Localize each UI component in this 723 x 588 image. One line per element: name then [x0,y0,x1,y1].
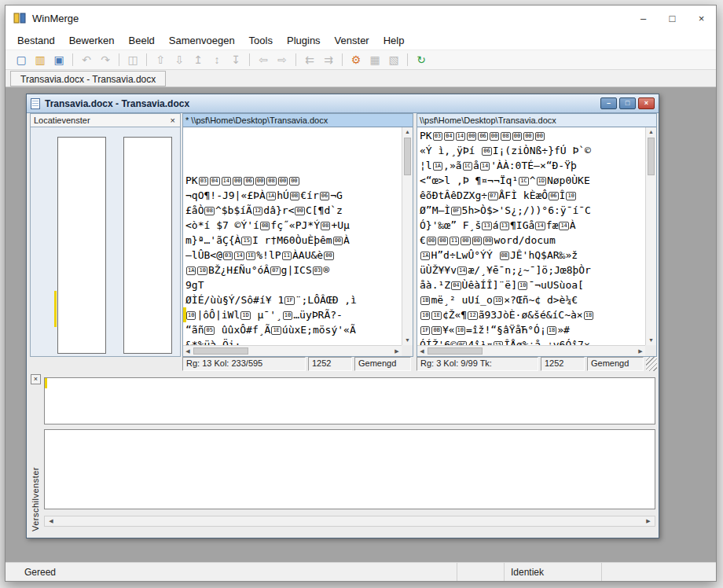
copy-all-left-icon[interactable]: ⇇ [300,51,319,68]
scroll-thumb[interactable] [404,138,411,175]
first-diff-icon[interactable]: ↥ [189,51,207,68]
diff-location-marker [54,291,57,327]
filters-icon[interactable]: ▧ [384,51,403,68]
diff-panel-bottom[interactable] [44,429,655,509]
file-content-right[interactable]: PK03041400060008000000«Ý ì‚¸ÿÞí 06I¡(ziÒ… [417,127,645,345]
scroll-thumb[interactable] [428,347,483,355]
diff-panel-top[interactable] [44,377,655,424]
location-pane-content[interactable] [31,127,180,356]
compare-title-bar[interactable]: Transavia.docx - Transavia.docx – □ × [27,94,659,113]
location-bar-right[interactable] [123,137,172,354]
location-bar-left[interactable] [57,137,106,354]
text-line: ¬qO¶!-J9|«£ÞÀ1AhÚ0B€ír06¬G [185,188,402,203]
child-restore-button[interactable]: □ [619,97,636,109]
control-char: 00 [289,177,299,186]
diff-horizontal-scrollbar[interactable]: ◀ ▶ [44,516,655,527]
location-pane-close-icon[interactable]: × [169,116,177,125]
current-diff-icon[interactable]: ↕ [207,51,226,68]
control-char: 08 [266,177,276,186]
text-line: 10|ôÔ|iWl1D µ¯'¸10…üyÞRÃ?- [185,307,402,322]
menu-plugins[interactable]: Plugins [280,32,328,49]
control-char: 10 [283,311,292,320]
copy-left-icon[interactable]: ⇦ [254,51,273,68]
view-split-icon[interactable]: ◫ [123,51,142,68]
menu-venster[interactable]: Venster [328,32,376,49]
control-char: 0B [431,326,441,335]
undo-icon[interactable]: ↶ [77,51,96,68]
text-line: <“œ>l ‚Þ ¶¤¬¬Ïq¹1C^1DNøp0ÙKE [420,173,645,188]
new-icon[interactable]: ▢ [12,51,31,68]
scroll-left-icon[interactable]: ◀ [183,346,193,356]
toolbar-separator [119,53,119,66]
minimize-button[interactable]: – [629,6,658,31]
maximize-button[interactable]: □ [658,6,687,31]
toolbar-separator [72,53,73,66]
control-char: 10 [186,311,196,320]
control-char: 00 [461,237,470,245]
menu-tools[interactable]: Tools [242,32,280,49]
control-char: 1B [420,296,430,305]
horizontal-scrollbar-left[interactable]: ◀ ▶ [183,345,402,356]
scroll-down-icon[interactable]: ▼ [402,336,413,345]
child-close-button[interactable]: × [638,97,655,109]
file-path-header-right[interactable]: \\psf\Home\Desktop\Transavia.docx [417,114,656,127]
scroll-left-icon[interactable]: ◀ [417,346,427,356]
scroll-thumb[interactable] [648,138,655,175]
refresh-icon[interactable]: ↻ [412,51,431,68]
scroll-right-icon[interactable]: ▶ [636,346,645,356]
save-icon[interactable]: ▣ [50,51,68,68]
file-content-left[interactable]: PK030414000600080000¬qO¶!-J9|«£ÞÀ1AhÚ0B€… [183,127,402,345]
scroll-left-icon[interactable]: ◀ [46,516,56,526]
scroll-down-icon[interactable]: ▼ [646,336,656,345]
menu-bar: BestandBewerkenBeeldSamenvoegenToolsPlug… [6,31,716,50]
control-char: 00 [324,252,333,260]
control-char: 00 [512,132,522,141]
file-path-header-left[interactable]: * \\psf\Home\Desktop\Transavia.docx [183,114,413,127]
plugins-icon[interactable]: ▦ [365,51,384,68]
copy-all-right-icon[interactable]: ⇉ [319,51,338,68]
horizontal-scrollbar-right[interactable]: ◀ ▶ [417,345,645,356]
scroll-up-icon[interactable]: ▲ [646,127,656,137]
control-char: 03 [313,266,322,275]
winmerge-window: WinMerge – □ × BestandBewerkenBeeldSamen… [5,5,717,582]
scroll-right-icon[interactable]: ▶ [392,346,402,356]
control-char: 04 [451,281,461,290]
copy-right-icon[interactable]: ⇨ [273,51,292,68]
vertical-scrollbar-left[interactable]: ▲ ▼ [402,127,413,345]
scroll-up-icon[interactable]: ▲ [402,127,413,137]
resize-grip-icon[interactable] [646,357,657,371]
menu-help[interactable]: Help [376,32,412,49]
last-diff-icon[interactable]: ↧ [226,51,245,68]
scroll-thumb[interactable] [193,347,248,355]
compare-body: Locatievenster × * \\psf\Home\Desktop\Tr… [28,113,657,536]
compare-window: Transavia.docx - Transavia.docx – □ × Lo… [26,94,659,538]
control-char: 06 [478,132,487,141]
toolbar-separator [146,53,147,66]
control-char: 00 [472,237,482,245]
control-char: 00 [333,237,343,245]
redo-icon[interactable]: ↷ [96,51,115,68]
menu-samenvoegen[interactable]: Samenvoegen [162,32,242,49]
tab-transavia[interactable]: Transavia.docx - Transavia.docx [10,71,166,86]
menu-bestand[interactable]: Bestand [10,32,62,49]
status-codepage: 1252 [308,357,352,371]
close-button[interactable]: × [687,6,716,31]
options-icon[interactable]: ⚙ [347,51,365,68]
control-char: 07 [270,266,280,275]
diff-pane-close-icon[interactable]: × [31,374,41,384]
mdi-area: Transavia.docx - Transavia.docx – □ × Lo… [6,87,716,562]
scrollbar-corner [402,345,413,356]
prev-diff-icon[interactable]: ⇧ [151,51,170,68]
open-icon[interactable]: ▥ [31,51,50,68]
control-char: 08 [321,222,330,230]
control-char: 1E [271,326,281,335]
vertical-scrollbar-right[interactable]: ▲ ▼ [645,127,656,345]
menu-beeld[interactable]: Beeld [122,32,162,49]
text-line: åà.¹Z04ÙêàÍÎ]¨ë]10¯¬uUSùoa[ [420,277,645,292]
scroll-right-icon[interactable]: ▶ [644,516,653,526]
next-diff-icon[interactable]: ⇩ [170,51,189,68]
menu-bewerken[interactable]: Bewerken [62,32,122,49]
control-char: 03 [223,252,233,260]
title-bar[interactable]: WinMerge – □ × [6,6,716,31]
child-minimize-button[interactable]: – [600,97,617,109]
